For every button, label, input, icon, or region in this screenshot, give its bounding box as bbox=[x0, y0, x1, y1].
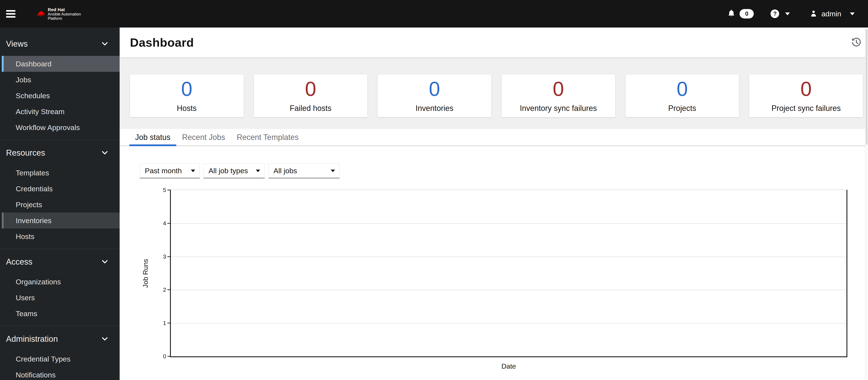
projects-count-link[interactable]: 0 bbox=[677, 79, 688, 99]
y-tick: 2 bbox=[163, 286, 166, 293]
y-tick: 3 bbox=[163, 253, 166, 260]
y-tick: 4 bbox=[163, 220, 166, 227]
period-select[interactable]: Past month bbox=[140, 163, 200, 178]
sidebar-item-dashboard[interactable]: Dashboard bbox=[2, 56, 120, 72]
sidebar-item-hosts[interactable]: Hosts bbox=[2, 229, 120, 244]
inventories-count-link[interactable]: 0 bbox=[429, 79, 440, 99]
inventory-sync-failures-count-link[interactable]: 0 bbox=[553, 79, 564, 99]
nav-group-administration[interactable]: Administration bbox=[0, 330, 120, 348]
nav-section-views: Views Dashboard Jobs Schedules Activity … bbox=[0, 35, 120, 140]
job-type-select[interactable]: All job types bbox=[203, 163, 265, 178]
brand-name: Red Hat bbox=[48, 7, 81, 12]
user-icon bbox=[810, 9, 817, 18]
nav-section-access: Access Organizations Users Teams bbox=[0, 249, 120, 326]
tab-recent-jobs[interactable]: Recent Jobs bbox=[176, 129, 231, 145]
card-label: Failed hosts bbox=[290, 104, 331, 113]
card-label: Projects bbox=[668, 104, 696, 113]
chart-filters: Past month All job types All jobs bbox=[140, 163, 868, 178]
card-project-sync-failures: 0 Project sync failures bbox=[749, 75, 863, 117]
sidebar-item-schedules[interactable]: Schedules bbox=[2, 88, 120, 104]
brand-logo[interactable]: Red Hat Ansible Automation Platform bbox=[37, 7, 81, 21]
card-inventory-sync-failures: 0 Inventory sync failures bbox=[502, 75, 615, 117]
card-label: Project sync failures bbox=[771, 104, 841, 113]
user-menu-toggle[interactable]: admin bbox=[810, 9, 855, 18]
card-projects: 0 Projects bbox=[625, 75, 739, 117]
chevron-down-icon bbox=[850, 12, 855, 15]
y-tick: 1 bbox=[163, 320, 166, 326]
hosts-count-link[interactable]: 0 bbox=[181, 79, 192, 99]
sidebar-item-projects[interactable]: Projects bbox=[2, 197, 120, 213]
sidebar-item-notifications[interactable]: Notifications bbox=[2, 367, 120, 380]
username-label: admin bbox=[821, 10, 841, 18]
summary-cards-row: 0 Hosts 0 Failed hosts 0 Inventories 0 I… bbox=[120, 57, 868, 117]
scrollbar[interactable] bbox=[865, 28, 868, 380]
notifications-button[interactable]: 0 bbox=[727, 9, 754, 19]
sidebar-item-teams[interactable]: Teams bbox=[2, 306, 120, 321]
card-label: Inventories bbox=[415, 104, 453, 113]
masthead: Red Hat Ansible Automation Platform 0 ? bbox=[0, 0, 868, 28]
card-hosts: 0 Hosts bbox=[130, 75, 244, 117]
brand-product-line2: Platform bbox=[48, 16, 81, 21]
nav-section-resources: Resources Templates Credentials Projects… bbox=[0, 140, 120, 249]
job-filter-select[interactable]: All jobs bbox=[268, 163, 340, 178]
sidebar-nav: Views Dashboard Jobs Schedules Activity … bbox=[0, 28, 120, 380]
help-icon: ? bbox=[771, 9, 779, 18]
sidebar-item-jobs[interactable]: Jobs bbox=[2, 72, 120, 88]
caret-down-icon bbox=[331, 170, 335, 172]
gridline bbox=[171, 256, 846, 257]
card-failed-hosts: 0 Failed hosts bbox=[254, 75, 368, 117]
tab-bar: Job status Recent Jobs Recent Templates bbox=[120, 129, 868, 146]
page-header: Dashboard bbox=[120, 28, 868, 57]
nav-toggle-hamburger-icon[interactable] bbox=[6, 9, 16, 19]
nav-group-access[interactable]: Access bbox=[0, 253, 120, 270]
help-menu-toggle[interactable]: ? bbox=[771, 9, 790, 18]
chevron-down-icon bbox=[102, 337, 107, 341]
job-status-panel: Job status Recent Jobs Recent Templates … bbox=[120, 129, 868, 380]
sidebar-item-activity-stream[interactable]: Activity Stream bbox=[2, 104, 120, 119]
sidebar-item-credentials[interactable]: Credentials bbox=[2, 181, 120, 197]
x-axis-label: Date bbox=[501, 362, 516, 370]
gridline bbox=[171, 323, 846, 323]
chart-plot-area: 5 4 3 2 1 0 Date bbox=[170, 189, 847, 357]
sidebar-item-credential-types[interactable]: Credential Types bbox=[2, 351, 120, 367]
project-sync-failures-count-link[interactable]: 0 bbox=[800, 79, 812, 99]
job-runs-chart: Job Runs 5 4 3 2 1 bbox=[120, 180, 868, 380]
chevron-down-icon bbox=[102, 260, 107, 264]
red-hat-fedora-icon bbox=[37, 10, 45, 18]
page-title: Dashboard bbox=[130, 35, 194, 49]
chevron-down-icon bbox=[785, 12, 790, 15]
chevron-down-icon bbox=[102, 42, 107, 46]
gridline bbox=[171, 223, 846, 224]
nav-group-resources[interactable]: Resources bbox=[0, 144, 120, 162]
tab-job-status[interactable]: Job status bbox=[129, 129, 176, 145]
caret-down-icon bbox=[191, 170, 195, 172]
sidebar-item-inventories[interactable]: Inventories bbox=[2, 213, 120, 229]
sidebar-item-users[interactable]: Users bbox=[2, 290, 120, 306]
card-label: Inventory sync failures bbox=[520, 104, 597, 113]
card-label: Hosts bbox=[177, 104, 197, 113]
gridline bbox=[171, 290, 846, 290]
notification-count-badge: 0 bbox=[740, 9, 754, 19]
sidebar-item-templates[interactable]: Templates bbox=[2, 165, 120, 181]
ansible-automation-platform-app: Red Hat Ansible Automation Platform 0 ? bbox=[0, 0, 868, 380]
y-tick: 0 bbox=[163, 353, 166, 360]
sidebar-item-workflow-approvals[interactable]: Workflow Approvals bbox=[2, 119, 120, 135]
chevron-down-icon bbox=[102, 151, 107, 155]
y-tick: 5 bbox=[163, 187, 166, 194]
failed-hosts-count-link[interactable]: 0 bbox=[305, 79, 316, 99]
scrollbar-thumb[interactable] bbox=[866, 29, 868, 145]
y-axis-label: Job Runs bbox=[142, 259, 150, 288]
nav-section-administration: Administration Credential Types Notifica… bbox=[0, 326, 120, 380]
dashboard-content: 0 Hosts 0 Failed hosts 0 Inventories 0 I… bbox=[120, 57, 868, 380]
bell-icon bbox=[727, 9, 736, 19]
history-icon[interactable] bbox=[850, 36, 862, 48]
tab-recent-templates[interactable]: Recent Templates bbox=[231, 129, 305, 145]
sidebar-item-organizations[interactable]: Organizations bbox=[2, 274, 120, 290]
brand-product-line1: Ansible Automation bbox=[48, 12, 81, 16]
caret-down-icon bbox=[256, 170, 260, 172]
card-inventories: 0 Inventories bbox=[378, 75, 491, 117]
nav-group-views[interactable]: Views bbox=[0, 35, 120, 53]
